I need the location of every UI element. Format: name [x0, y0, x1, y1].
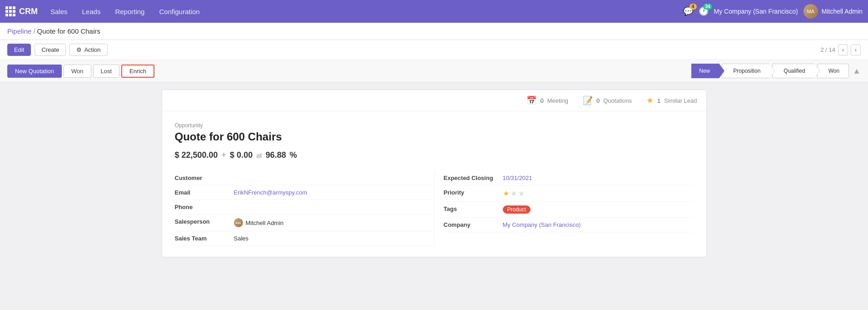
- salesperson-value[interactable]: MA Mitchell Admin: [234, 218, 434, 227]
- left-fields: Customer Email ErikNFrench@armyspy.com P…: [175, 171, 434, 246]
- expected-closing-label: Expected Closing: [444, 175, 503, 181]
- stage-bar: New Quotation Won Lost Enrich New Propos…: [0, 60, 868, 82]
- enrich-button[interactable]: Enrich: [121, 65, 154, 78]
- similar-lead-count: 1: [657, 97, 660, 104]
- right-fields: Expected Closing 10/31/2021 Priority ★ ★…: [434, 171, 694, 246]
- messages-badge: 4: [689, 4, 697, 10]
- salesperson-field-row: Salesperson MA Mitchell Admin: [175, 215, 434, 231]
- action-button[interactable]: ⚙ Action: [69, 44, 107, 56]
- stage-qualified-arrow: [814, 64, 819, 78]
- tags-value[interactable]: Product: [503, 205, 531, 214]
- plus-symbol: +: [222, 150, 227, 160]
- breadcrumb-separator: /: [33, 27, 35, 35]
- main-content: 📅 0 Meeting 📝 0 Quotations ★ 1 Similar L…: [0, 82, 868, 265]
- toolbar: Edit Create ⚙ Action 2 / 14 ‹ ›: [0, 40, 868, 60]
- sales-team-field-row: Sales Team Sales: [175, 231, 434, 246]
- salesperson-label: Salesperson: [175, 218, 234, 225]
- record-position: 2 / 14: [820, 46, 835, 53]
- record-body: Opportunity Quote for 600 Chairs $ 22,50…: [162, 111, 706, 257]
- stage-proposition[interactable]: Proposition: [722, 64, 769, 78]
- email-label: Email: [175, 189, 234, 196]
- calendar-icon: 📅: [526, 95, 536, 105]
- star-icon: ★: [646, 95, 654, 105]
- percent-symbol: %: [290, 150, 297, 160]
- messages-button[interactable]: 💬 4: [683, 6, 693, 16]
- customer-field-row: Customer: [175, 171, 434, 185]
- nav-sales[interactable]: Sales: [45, 5, 73, 18]
- tags-field-row: Tags Product: [444, 202, 694, 218]
- company-name[interactable]: My Company (San Francisco): [714, 8, 798, 15]
- salesperson-avatar: MA: [234, 218, 243, 227]
- phone-field-row: Phone: [175, 200, 434, 215]
- create-button[interactable]: Create: [35, 44, 66, 56]
- won-button[interactable]: Won: [64, 65, 91, 78]
- breadcrumb: Pipeline / Quote for 600 Chairs: [0, 23, 868, 40]
- gear-icon: ⚙: [76, 46, 82, 53]
- document-icon: 📝: [583, 95, 593, 105]
- expected-closing-value[interactable]: 10/31/2021: [503, 175, 694, 181]
- company-label: Company: [444, 221, 503, 228]
- breadcrumb-current: Quote for 600 Chairs: [37, 27, 100, 35]
- sales-team-label: Sales Team: [175, 235, 234, 242]
- nav-right-area: 💬 4 🕐 34 My Company (San Francisco) MA M…: [683, 4, 863, 19]
- user-avatar: MA: [804, 4, 818, 19]
- meeting-stat[interactable]: 📅 0 Meeting: [526, 95, 568, 105]
- priority-stars[interactable]: ★ ★ ★: [503, 189, 525, 198]
- stages-list: New Proposition Qualified: [691, 64, 849, 78]
- quotations-count: 0: [596, 97, 600, 104]
- priority-field-row: Priority ★ ★ ★: [444, 185, 694, 202]
- main-amount: $ 22,500.00: [175, 150, 218, 160]
- tags-label: Tags: [444, 205, 503, 212]
- app-logo[interactable]: CRM: [5, 6, 38, 16]
- quotations-stat[interactable]: 📝 0 Quotations: [583, 95, 632, 105]
- at-word: at: [256, 151, 262, 159]
- similar-lead-label: Similar Lead: [664, 97, 697, 104]
- phone-label: Phone: [175, 204, 234, 210]
- app-name: CRM: [19, 7, 38, 16]
- nav-leads[interactable]: Leads: [77, 5, 106, 18]
- star-1[interactable]: ★: [503, 189, 509, 198]
- star-3[interactable]: ★: [518, 189, 525, 198]
- percentage: 96.88: [266, 150, 286, 160]
- new-quotation-button[interactable]: New Quotation: [7, 65, 62, 78]
- expected-closing-field-row: Expected Closing 10/31/2021: [444, 171, 694, 185]
- activity-badge: 34: [703, 4, 712, 10]
- breadcrumb-parent[interactable]: Pipeline: [7, 27, 31, 35]
- record-title: Quote for 600 Chairs: [175, 130, 694, 143]
- record-type-label: Opportunity: [175, 122, 694, 129]
- customer-label: Customer: [175, 175, 234, 181]
- star-2[interactable]: ★: [511, 189, 517, 198]
- record-stats-bar: 📅 0 Meeting 📝 0 Quotations ★ 1 Similar L…: [162, 90, 706, 111]
- stage-new[interactable]: New: [691, 64, 719, 78]
- email-field-row: Email ErikNFrench@armyspy.com: [175, 185, 434, 200]
- email-value[interactable]: ErikNFrench@armyspy.com: [234, 189, 434, 196]
- nav-reporting[interactable]: Reporting: [109, 5, 150, 18]
- record-navigation: 2 / 14 ‹ ›: [820, 45, 861, 55]
- user-name: Mitchell Admin: [822, 8, 863, 15]
- quotations-label: Quotations: [603, 97, 632, 104]
- prev-record-button[interactable]: ‹: [838, 45, 848, 55]
- sales-team-value[interactable]: Sales: [234, 235, 434, 242]
- lost-button[interactable]: Lost: [93, 65, 120, 78]
- priority-label: Priority: [444, 189, 503, 196]
- edit-button[interactable]: Edit: [7, 44, 31, 56]
- record-card: 📅 0 Meeting 📝 0 Quotations ★ 1 Similar L…: [162, 90, 707, 257]
- nav-configuration[interactable]: Configuration: [154, 5, 205, 18]
- extra-amount: $ 0.00: [230, 150, 253, 160]
- grid-icon: [5, 6, 15, 16]
- fields-grid: Customer Email ErikNFrench@armyspy.com P…: [175, 171, 694, 246]
- pipeline-stages: New Proposition Qualified: [691, 64, 861, 78]
- stage-qualified[interactable]: Qualified: [772, 64, 814, 78]
- stage-won[interactable]: Won: [817, 64, 849, 78]
- company-value[interactable]: My Company (San Francisco): [503, 221, 694, 228]
- meeting-label: Meeting: [547, 97, 568, 104]
- record-amount-row: $ 22,500.00 + $ 0.00 at 96.88 %: [175, 150, 694, 160]
- user-menu[interactable]: MA Mitchell Admin: [804, 4, 863, 19]
- stage-proposition-arrow: [769, 64, 774, 78]
- similar-lead-stat[interactable]: ★ 1 Similar Lead: [646, 95, 697, 105]
- collapse-button[interactable]: ▲: [853, 66, 861, 76]
- next-record-button[interactable]: ›: [851, 45, 861, 55]
- top-navigation: CRM Sales Leads Reporting Configuration …: [0, 0, 868, 23]
- activity-button[interactable]: 🕐 34: [699, 6, 709, 16]
- stage-new-arrow: [719, 64, 724, 78]
